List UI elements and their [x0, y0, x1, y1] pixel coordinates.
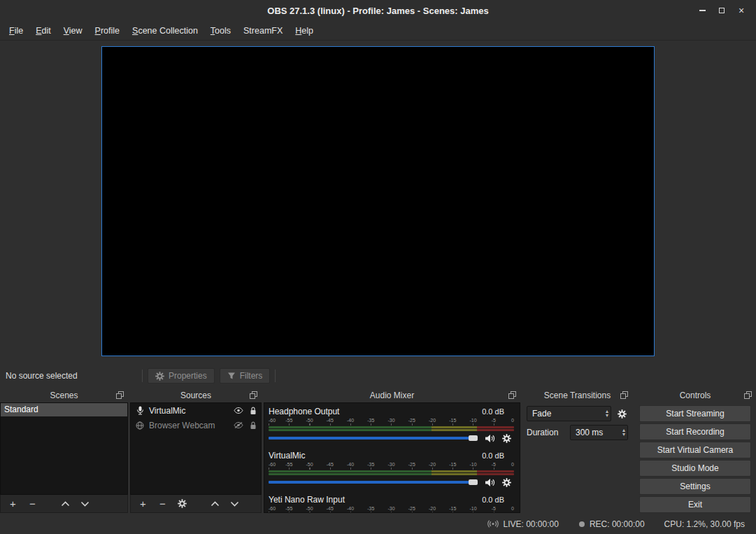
studio-mode-button[interactable]: Studio Mode: [639, 460, 751, 477]
filter-icon: [227, 372, 236, 380]
meter-scale: -60-55-50-45-40-35-30-25-20-15-10-50: [269, 461, 514, 468]
lock-icon[interactable]: [250, 407, 257, 415]
source-item-virtualmic[interactable]: VirtualMic: [131, 403, 261, 418]
filters-label: Filters: [240, 371, 263, 381]
float-dock-icon[interactable]: [250, 391, 257, 399]
scene-transitions-body: Fade ▴▾ Duration 300 ms ▴ ▾: [522, 402, 632, 513]
volume-slider[interactable]: [269, 433, 478, 443]
dock-strip: Scenes Standard + − Sources VirtualMic: [0, 386, 756, 514]
duration-value: 300 ms: [576, 428, 622, 437]
meter-bar-right: [269, 473, 514, 475]
controls-dock: Controls Start Streaming Start Recording…: [634, 388, 756, 513]
gear-icon: [155, 372, 164, 381]
transition-select[interactable]: Fade ▴▾: [527, 406, 611, 421]
mic-icon: [135, 406, 145, 415]
source-move-down-button[interactable]: [229, 501, 240, 507]
eye-slash-icon[interactable]: [234, 422, 243, 428]
toolbar-separator: [275, 370, 276, 382]
window-title: OBS 27.1.3 (linux) - Profile: James - Sc…: [267, 6, 488, 16]
status-bar: LIVE: 00:00:00 REC: 00:00:00 CPU: 1.2%, …: [0, 514, 756, 533]
menu-edit[interactable]: Edit: [29, 22, 57, 39]
cpu-fps-stats: CPU: 1.2%, 30.00 fps: [664, 519, 745, 529]
titlebar[interactable]: OBS 27.1.3 (linux) - Profile: James - Sc…: [0, 0, 756, 21]
minimize-button[interactable]: [693, 3, 711, 18]
channel-gear-button[interactable]: [502, 478, 511, 487]
volume-slider-handle[interactable]: [469, 479, 478, 485]
float-dock-icon[interactable]: [620, 391, 628, 399]
filters-button[interactable]: Filters: [220, 368, 271, 384]
start-recording-button[interactable]: Start Recording: [639, 423, 751, 440]
globe-icon: [135, 421, 145, 430]
lock-icon[interactable]: [250, 421, 257, 430]
close-button[interactable]: ×: [732, 3, 750, 18]
add-scene-button[interactable]: +: [8, 498, 18, 509]
add-source-button[interactable]: +: [138, 498, 148, 509]
sources-dock: Sources VirtualMic Browser Webcam: [130, 388, 262, 513]
source-move-up-button[interactable]: [210, 501, 220, 507]
audio-mixer-body: Headphone Output 0.0 dB -60-55-50-45-40-…: [264, 402, 520, 513]
menu-view[interactable]: View: [57, 22, 89, 39]
speaker-mute-button[interactable]: [485, 478, 495, 487]
controls-dock-header: Controls: [634, 388, 756, 402]
menu-scene-collection[interactable]: Scene Collection: [126, 22, 204, 39]
settings-button[interactable]: Settings: [639, 478, 751, 495]
sources-list: VirtualMic Browser Webcam: [130, 402, 262, 495]
source-name: Browser Webcam: [149, 421, 229, 430]
scene-transitions-dock: Scene Transitions Fade ▴▾ Duration 300 m…: [522, 388, 632, 513]
source-properties-gear-button[interactable]: [177, 499, 187, 508]
maximize-button[interactable]: [713, 3, 731, 18]
float-dock-icon[interactable]: [744, 391, 752, 399]
remove-scene-button[interactable]: −: [27, 498, 38, 509]
channel-gear-button[interactable]: [502, 434, 511, 443]
transition-settings-gear-button[interactable]: [615, 409, 628, 419]
properties-button[interactable]: Properties: [148, 368, 215, 384]
sources-toolbar: + −: [130, 495, 262, 513]
volume-slider[interactable]: [269, 477, 478, 487]
controls-body: Start Streaming Start Recording Start Vi…: [634, 402, 756, 513]
obs-window: { "window": { "title": "OBS 27.1.3 (linu…: [0, 0, 756, 534]
menu-profile[interactable]: Profile: [89, 22, 126, 39]
scenes-dock: Scenes Standard + −: [0, 388, 128, 513]
speaker-mute-button[interactable]: [485, 434, 495, 443]
volume-slider-track: [269, 437, 478, 440]
menu-streamfx[interactable]: StreamFX: [237, 22, 289, 39]
source-item-browser-webcam[interactable]: Browser Webcam: [131, 418, 261, 433]
mixer-channel-virtualmic: VirtualMic 0.0 dB -60-55-50-45-40-35-30-…: [269, 451, 514, 489]
live-timer: LIVE: 00:00:00: [503, 519, 558, 529]
meter-bar-right: [269, 429, 514, 431]
channel-name: Headphone Output: [269, 407, 339, 416]
start-virtual-camera-button[interactable]: Start Virtual Camera: [639, 442, 751, 458]
menu-file[interactable]: File: [3, 22, 29, 39]
remove-source-button[interactable]: −: [157, 498, 168, 509]
meter-ticks: [269, 512, 514, 513]
preview-canvas[interactable]: [101, 46, 655, 356]
float-dock-icon[interactable]: [116, 391, 124, 399]
live-status: LIVE: 00:00:00: [487, 519, 558, 529]
channel-name: VirtualMic: [269, 451, 305, 461]
rec-status: REC: 00:00:00: [578, 519, 645, 529]
sources-dock-title: Sources: [180, 391, 211, 400]
sources-dock-header: Sources: [130, 388, 262, 402]
meter-bar-left: [269, 470, 514, 472]
menu-help[interactable]: Help: [289, 22, 320, 39]
channel-volume-db: 0.0 dB: [482, 496, 514, 504]
volume-slider-track: [269, 481, 478, 484]
toolbar-separator: [142, 370, 143, 382]
channel-volume-db: 0.0 dB: [482, 407, 514, 416]
scene-move-down-button[interactable]: [80, 501, 90, 507]
volume-slider-handle[interactable]: [469, 435, 478, 441]
menu-tools[interactable]: Tools: [204, 22, 237, 39]
float-dock-icon[interactable]: [508, 391, 516, 399]
duration-decrease-button[interactable]: ▾: [622, 433, 625, 437]
exit-button[interactable]: Exit: [639, 496, 751, 513]
menubar: File Edit View Profile Scene Collection …: [0, 21, 756, 41]
duration-label: Duration: [527, 428, 566, 437]
duration-spinbox[interactable]: 300 ms ▴ ▾: [570, 425, 628, 440]
combo-arrows-icon: ▴▾: [606, 409, 608, 418]
start-streaming-button[interactable]: Start Streaming: [639, 405, 751, 422]
channel-volume-db: 0.0 dB: [482, 451, 514, 460]
eye-icon[interactable]: [234, 407, 243, 414]
scene-move-up-button[interactable]: [60, 501, 71, 507]
mixer-channel-yeti-nano: Yeti Nano Raw Input 0.0 dB -60-55-50-45-…: [269, 495, 514, 513]
scene-item-standard[interactable]: Standard: [1, 403, 127, 416]
